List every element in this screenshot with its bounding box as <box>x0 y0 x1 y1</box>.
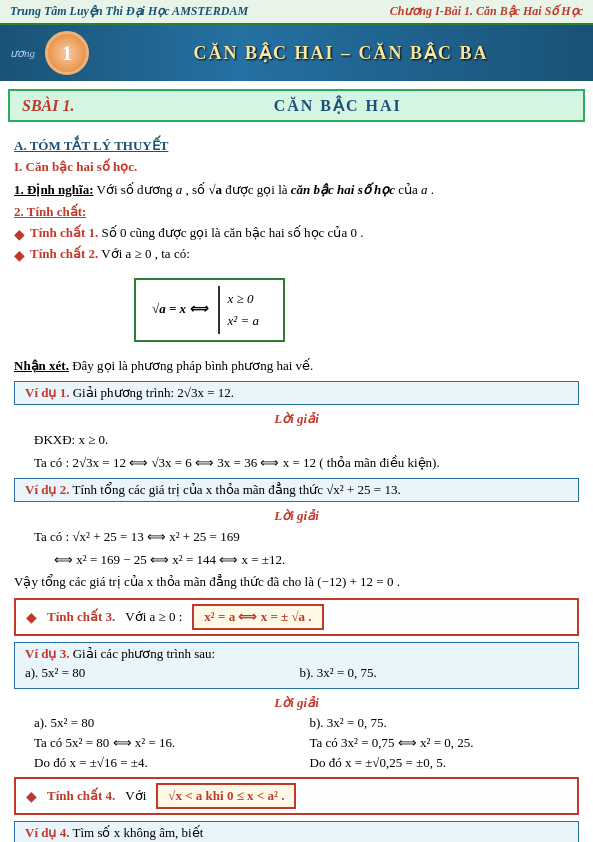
vd4-box: Ví dụ 4. Tìm số x không âm, biết a). ½√5… <box>14 821 579 842</box>
vd1-solution: Ta có : 2√3x = 12 ⟺ √3x = 6 ⟺ 3x = 36 ⟺ … <box>34 453 579 473</box>
section-header: SBÀI 1. CĂN BẬC HAI <box>8 89 585 122</box>
main-content: A. TÓM TẮT LÝ THUYẾT I. Căn bậc hai số h… <box>0 128 593 842</box>
tc4-box: ◆ Tính chất 4. Với √x < a khi 0 ≤ x < a²… <box>14 777 579 815</box>
cond1: x ≥ 0 <box>228 291 254 306</box>
part-a-title: A. TÓM TẮT LÝ THUYẾT <box>14 138 579 154</box>
vd2-step1: Ta có : √x² + 25 = 13 ⟺ x² + 25 = 169 <box>34 527 579 547</box>
vd3-work-row: a). 5x² = 80 b). 3x² = 0, 75. <box>34 715 579 731</box>
tc4-bullet: ◆ <box>26 788 37 805</box>
vd3-box: Ví dụ 3. Giải các phương trình sau: a). … <box>14 642 579 689</box>
math-box-inner: √a = x ⟺ x ≥ 0 x² = a <box>134 278 285 342</box>
vd3-sub: a). 5x² = 80 b). 3x² = 0, 75. <box>25 665 568 681</box>
nhan-xet-line: Nhận xét. Đây gọi là phương pháp bình ph… <box>14 356 579 376</box>
chapter-banner: ương 1 CĂN BẬC HAI – CĂN BẬC BA <box>0 25 593 81</box>
prop2-text: Với a ≥ 0 , ta có: <box>101 246 189 261</box>
vd2-step2: ⟺ x² = 169 − 25 ⟺ x² = 144 ⟺ x = ±12. <box>54 550 579 570</box>
tc4-label: Tính chất 4. <box>47 788 115 804</box>
def-italic: căn bậc hai số học <box>291 182 395 197</box>
math-formula-box: √a = x ⟺ x ≥ 0 x² = a <box>74 270 579 350</box>
header-left: Trung Tâm Luyện Thi Đại Học AMSTERDAM <box>10 4 248 19</box>
vd1-loi-giai: Lời giải <box>14 411 579 427</box>
vd1-box: Ví dụ 1. Giải phương trình: 2√3x = 12. <box>14 381 579 405</box>
prop1-item: ◆ Tính chất 1. Số 0 cũng được gọi là căn… <box>14 225 579 243</box>
top-header: Trung Tâm Luyện Thi Đại Học AMSTERDAM Ch… <box>0 0 593 25</box>
vd2-box: Ví dụ 2. Tính tổng các giá trị của x thỏ… <box>14 478 579 502</box>
def-end: được gọi là <box>225 182 291 197</box>
chapter-title: CĂN BẬC HAI – CĂN BẬC BA <box>99 42 583 64</box>
header-right: Chương I-Bài 1. Căn Bậc Hai Số Học <box>390 4 583 19</box>
prop2-item: ◆ Tính chất 2. Với a ≥ 0 , ta có: <box>14 246 579 264</box>
vd4-label: Ví dụ 4. <box>25 825 69 840</box>
nhan-xet-label: Nhận xét. <box>14 358 69 373</box>
vd2-loi-giai: Lời giải <box>14 508 579 524</box>
tc3-formula: x² = a ⟺ x = ± √a . <box>192 604 323 630</box>
prop-title: 2. Tính chất: <box>14 202 579 222</box>
def-period: . <box>431 182 434 197</box>
sub-section-1: I. Căn bậc hai số học. <box>14 157 579 177</box>
def-sqrt: √a <box>208 182 222 197</box>
vd3a-step2: Do đó x = ±√16 = ±4. <box>34 755 304 771</box>
tc3-bullet: ◆ <box>26 609 37 626</box>
prop1-label: Tính chất 1. <box>30 225 98 240</box>
definition-line: 1. Định nghĩa: Với số dương a , số √a đư… <box>14 180 579 200</box>
section-number: SBÀI 1. <box>22 97 74 115</box>
vd2-label: Ví dụ 2. <box>25 482 69 497</box>
tc3-box: ◆ Tính chất 3. Với a ≥ 0 : x² = a ⟺ x = … <box>14 598 579 636</box>
vd3-label: Ví dụ 3. <box>25 646 69 661</box>
def-of: của <box>398 182 421 197</box>
vd3-text: Giải các phương trình sau: <box>73 646 215 661</box>
vd3a-step1: Ta có 5x² = 80 ⟺ x² = 16. <box>34 735 304 751</box>
vd3-step2-row: Do đó x = ±√16 = ±4. Do đó x = ±√0,25 = … <box>34 755 579 771</box>
vd3b-step1: Ta có 3x² = 0,75 ⟺ x² = 0, 25. <box>310 735 580 751</box>
def-a: a <box>176 182 183 197</box>
vd3b-step2: Do đó x = ±√0,25 = ±0, 5. <box>310 755 580 771</box>
tc3-label: Tính chất 3. <box>47 609 115 625</box>
section-title: CĂN BẬC HAI <box>104 96 571 115</box>
math-content: √a = x ⟺ x ≥ 0 x² = a <box>152 286 267 334</box>
def-mid: , số <box>186 182 209 197</box>
def-label: 1. Định nghĩa: <box>14 182 94 197</box>
prop2-bullet: ◆ <box>14 247 25 264</box>
tc4-pre: Với <box>125 788 146 804</box>
sqrt-a-eq-x: √a = x ⟺ <box>152 301 208 316</box>
vd1-dkxd: ĐKXĐ: x ≥ 0. <box>34 430 579 450</box>
vd3b-label: b). 3x² = 0, 75. <box>300 665 569 681</box>
vd1-text: Giải phương trình: 2√3x = 12. <box>73 385 234 400</box>
prop1-text: Số 0 cũng được gọi là căn bậc hai số học… <box>102 225 364 240</box>
def-var: a <box>421 182 428 197</box>
chapter-word: ương <box>10 47 35 60</box>
vd3b-work: b). 3x² = 0, 75. <box>310 715 580 731</box>
vd4-text: Tìm số x không âm, biết <box>73 825 204 840</box>
def-text: Với số dương <box>97 182 176 197</box>
nhan-xet-text: Đây gọi là phương pháp bình phương hai v… <box>72 358 313 373</box>
cond2: x² = a <box>228 313 259 328</box>
vd2-concl: Vậy tổng các giá trị của x thỏa mãn đẳng… <box>14 572 579 592</box>
vd3a-work: a). 5x² = 80 <box>34 715 304 731</box>
prop2-label: Tính chất 2. <box>30 246 98 261</box>
chapter-number: 1 <box>45 31 89 75</box>
tc4-formula: √x < a khi 0 ≤ x < a² . <box>156 783 296 809</box>
math-conditions: x ≥ 0 x² = a <box>218 286 267 334</box>
tc3-pre: Với a ≥ 0 : <box>125 609 182 625</box>
vd2-text: Tính tổng các giá trị của x thỏa mãn đẳn… <box>73 482 401 497</box>
prop1-bullet: ◆ <box>14 226 25 243</box>
vd3-loi-giai: Lời giải <box>14 695 579 711</box>
vd3-step1-row: Ta có 5x² = 80 ⟺ x² = 16. Ta có 3x² = 0,… <box>34 735 579 751</box>
vd3a-label: a). 5x² = 80 <box>25 665 294 681</box>
vd1-label: Ví dụ 1. <box>25 385 69 400</box>
